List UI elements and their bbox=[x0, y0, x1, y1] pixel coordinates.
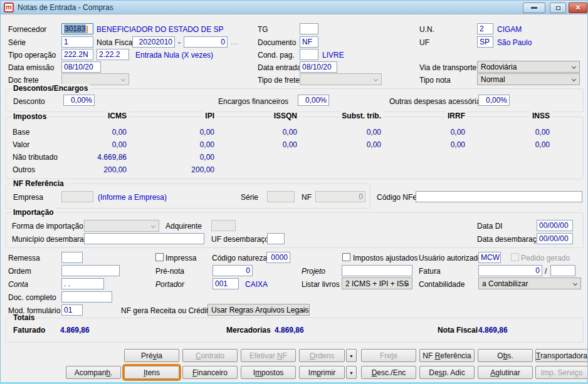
fornecedor-input[interactable]: 30183 bbox=[61, 23, 93, 34]
col-issqn: ISSQN bbox=[272, 112, 299, 120]
impostos-value: 0,00 bbox=[283, 140, 297, 149]
nota-fiscal-sub-input[interactable]: 0 bbox=[184, 36, 228, 48]
mod-formulario-input[interactable]: 01 bbox=[61, 304, 83, 316]
imprimir-dropdown-button[interactable]: ▼ bbox=[346, 366, 357, 379]
imprimir-button[interactable]: Imprimir bbox=[299, 366, 345, 379]
contrato-button: Contrato bbox=[182, 349, 238, 362]
uf-desembaraco-label: UF desembaraço bbox=[211, 235, 269, 244]
imp-servico-button: Imp. Serviço bbox=[535, 366, 588, 379]
minimize-button[interactable] bbox=[523, 3, 545, 13]
contabilidade-label: Contabilidade bbox=[419, 280, 465, 289]
tipo-operacao-desc: Entrada Nula (X vezes) bbox=[135, 51, 213, 60]
conta-input[interactable]: . . bbox=[61, 278, 104, 289]
nota-fiscal-input[interactable]: 20202010 bbox=[132, 36, 175, 48]
pedido-gerado-checkbox bbox=[511, 253, 519, 261]
restore-icon bbox=[556, 6, 560, 10]
pre-nota-label: Pré-nota bbox=[155, 267, 184, 276]
tipo-operacao-cfop-input[interactable]: 2.22.2 bbox=[97, 49, 129, 60]
contabilidade-select[interactable]: a Contabilizar bbox=[478, 278, 581, 289]
notas-entrada-window: m Notas de Entrada - Compras ✕ Fornecedo… bbox=[0, 0, 588, 384]
impressa-checkbox[interactable] bbox=[155, 253, 164, 261]
nf-ref-serie-input bbox=[267, 191, 295, 202]
transportadora-button[interactable]: Transportadora bbox=[535, 349, 588, 362]
itens-button[interactable]: Itens bbox=[124, 366, 179, 379]
ordem-input[interactable] bbox=[61, 265, 120, 276]
restore-button[interactable] bbox=[550, 3, 566, 13]
portador-label: Portador bbox=[155, 280, 184, 289]
impressa-label: Impressa bbox=[165, 254, 196, 262]
data-entrada-input[interactable]: 08/10/20 bbox=[300, 61, 337, 73]
obs-button[interactable]: Obs. bbox=[478, 349, 533, 362]
impostos-title: Impostos bbox=[11, 112, 48, 121]
nf-referencia-button[interactable]: NF Referência bbox=[419, 349, 475, 362]
data-desembaraco-input[interactable]: 00/00/00 bbox=[537, 233, 573, 244]
fatura-parcela-input[interactable] bbox=[550, 265, 575, 276]
uf-input[interactable]: SP bbox=[477, 36, 493, 48]
uf-desembaraco-input[interactable] bbox=[267, 233, 285, 244]
ordens-button: Ordens bbox=[299, 349, 345, 362]
nota-fiscal-more-button[interactable]: ... bbox=[231, 38, 239, 46]
app-logo-icon: m bbox=[4, 3, 14, 13]
nota-fiscal-label: Nota Fiscal bbox=[97, 38, 134, 47]
doc-completo-label: Doc. completo bbox=[8, 293, 56, 302]
previa-button[interactable]: Prévia bbox=[124, 349, 179, 362]
financeiro-button[interactable]: Financeiro bbox=[182, 366, 238, 379]
data-emissao-label: Data emissão bbox=[8, 63, 54, 72]
encargos-financeiros-input[interactable]: 0,00% bbox=[298, 95, 329, 106]
listar-livros-value: 2 ICMS + IPI + ISS bbox=[345, 279, 409, 288]
portador-input[interactable]: 001 bbox=[213, 278, 239, 289]
adquirente-input bbox=[211, 220, 236, 231]
fornecedor-selected-text: 30183 bbox=[64, 24, 86, 33]
impostos-value: 0,00 bbox=[367, 128, 381, 137]
data-di-input[interactable]: 00/00/00 bbox=[537, 220, 573, 231]
codigo-natureza-input[interactable]: 0000 bbox=[266, 252, 290, 263]
impostos-group: Impostos ICMS IPI ISSQN Subst. trib. IRR… bbox=[6, 117, 584, 179]
faturado-value: 4.869,86 bbox=[60, 326, 90, 335]
listar-livros-select[interactable]: 2 ICMS + IPI + ISS bbox=[342, 278, 412, 289]
chevron-down-icon bbox=[572, 77, 576, 81]
listar-livros-label: Listar livros bbox=[302, 280, 340, 289]
data-emissao-input[interactable]: 08/10/20 bbox=[61, 61, 101, 73]
impostos-ajustados-checkbox[interactable] bbox=[342, 253, 350, 261]
aglutinar-button[interactable]: Aglutinar bbox=[478, 366, 533, 379]
tg-input[interactable] bbox=[300, 23, 318, 34]
tipo-frete-select bbox=[300, 73, 382, 85]
ordens-dropdown-button[interactable]: ▼ bbox=[346, 349, 357, 362]
usuario-autorizado-input[interactable]: MCW bbox=[478, 252, 501, 263]
desc-enc-button[interactable]: Desc./Enc bbox=[361, 366, 416, 379]
fatura-label: Fatura bbox=[419, 267, 441, 276]
impostos-button[interactable]: Impostos bbox=[241, 366, 296, 379]
adquirente-label: Adquirente bbox=[165, 222, 202, 231]
desconto-input[interactable]: 0,00% bbox=[63, 95, 95, 106]
close-button[interactable]: ✕ bbox=[569, 3, 587, 13]
col-irrf: IRRF bbox=[446, 112, 467, 120]
serie-input[interactable]: 1 bbox=[61, 36, 93, 48]
impostos-row-label: Valor bbox=[13, 140, 29, 149]
cond-pag-label: Cond. pag. bbox=[258, 51, 295, 60]
cond-pag-desc: LIVRE bbox=[322, 51, 344, 60]
projeto-input[interactable] bbox=[342, 265, 412, 276]
desp-adic-button[interactable]: Desp. Adic bbox=[419, 366, 475, 379]
pre-nota-input[interactable]: 0 bbox=[213, 265, 253, 276]
nf-gera-select[interactable]: Usar Regras Arquivos Legais bbox=[207, 304, 310, 316]
cond-pag-input[interactable] bbox=[300, 49, 318, 60]
tipo-nota-select[interactable]: Normal bbox=[477, 73, 580, 85]
impostos-ajustados-label: Impostos ajustados bbox=[353, 254, 417, 262]
outras-despesas-input[interactable]: 0,00% bbox=[478, 95, 510, 106]
codigo-nfe-input[interactable] bbox=[416, 191, 582, 202]
impostos-value: 0,00 bbox=[535, 128, 550, 137]
doc-completo-input[interactable] bbox=[61, 291, 112, 303]
via-transporte-select[interactable]: Rodoviária bbox=[477, 61, 580, 73]
documento-input[interactable]: NF bbox=[300, 36, 318, 48]
un-input[interactable]: 2 bbox=[477, 23, 493, 34]
remessa-input[interactable] bbox=[61, 252, 83, 263]
acompanh-button[interactable]: Acompanh. bbox=[66, 366, 121, 379]
municipio-desembaraco-input[interactable] bbox=[84, 233, 204, 244]
via-transporte-value: Rodoviária bbox=[481, 63, 517, 71]
chevron-down-icon bbox=[572, 65, 576, 69]
tipo-operacao-input[interactable]: 222.2N bbox=[61, 49, 93, 60]
fatura-input[interactable]: 0 bbox=[478, 265, 542, 276]
outras-despesas-label: Outras despesas acessórias bbox=[389, 97, 484, 106]
col-ipi: IPI bbox=[203, 112, 216, 120]
empresa-label: Empresa bbox=[13, 193, 43, 202]
